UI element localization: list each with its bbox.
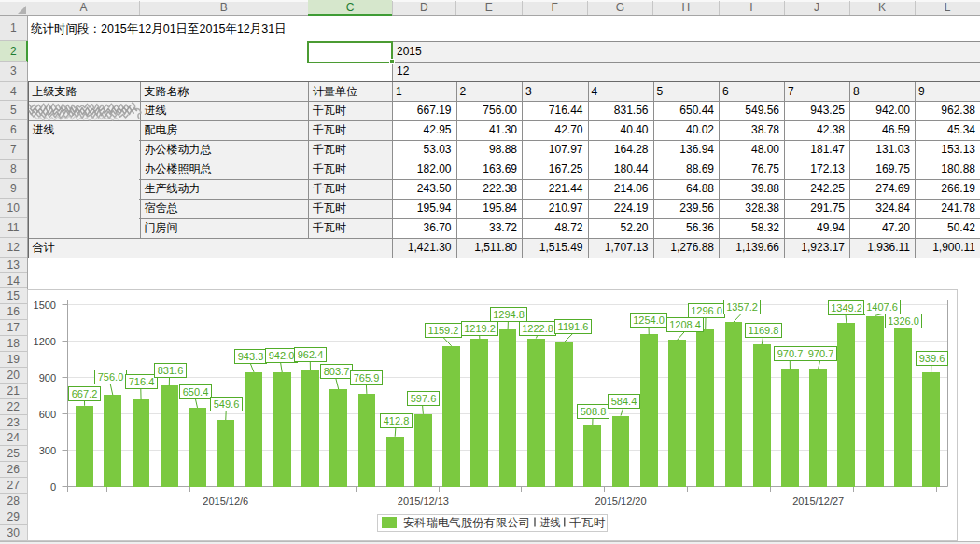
svg-text:1191.6: 1191.6 bbox=[558, 321, 589, 332]
svg-text:600: 600 bbox=[39, 409, 56, 420]
svg-text:943.3: 943.3 bbox=[238, 351, 264, 362]
svg-text:765.9: 765.9 bbox=[354, 372, 380, 384]
svg-text:549.6: 549.6 bbox=[214, 398, 240, 410]
svg-text:756.0: 756.0 bbox=[98, 371, 124, 383]
svg-text:0: 0 bbox=[50, 481, 56, 493]
svg-text:650.4: 650.4 bbox=[183, 386, 209, 398]
svg-text:千瓦时: 千瓦时 bbox=[569, 516, 605, 529]
svg-text:1407.6: 1407.6 bbox=[866, 301, 898, 313]
svg-text:716.4: 716.4 bbox=[129, 376, 155, 387]
svg-text:970.7: 970.7 bbox=[808, 348, 834, 359]
svg-text:1159.2: 1159.2 bbox=[428, 325, 459, 336]
svg-text:进线: 进线 bbox=[540, 516, 561, 529]
svg-text:2015/12/6: 2015/12/6 bbox=[203, 495, 248, 507]
svg-text:1500: 1500 bbox=[34, 300, 56, 311]
svg-text:安科瑞电气股份有限公司: 安科瑞电气股份有限公司 bbox=[403, 516, 530, 529]
svg-text:584.4: 584.4 bbox=[611, 396, 637, 407]
svg-text:803.7: 803.7 bbox=[324, 366, 350, 377]
svg-text:1254.0: 1254.0 bbox=[633, 314, 665, 326]
svg-text:1357.2: 1357.2 bbox=[726, 301, 758, 313]
svg-text:1208.4: 1208.4 bbox=[669, 319, 701, 330]
svg-text:831.6: 831.6 bbox=[158, 365, 184, 376]
svg-text:1222.8: 1222.8 bbox=[522, 323, 553, 334]
svg-text:1296.0: 1296.0 bbox=[691, 305, 722, 316]
svg-text:1169.8: 1169.8 bbox=[749, 325, 779, 336]
svg-text:1219.2: 1219.2 bbox=[464, 323, 496, 334]
svg-text:412.8: 412.8 bbox=[384, 415, 410, 426]
svg-text:508.8: 508.8 bbox=[581, 406, 607, 417]
svg-text:962.4: 962.4 bbox=[298, 349, 324, 360]
svg-text:1294.8: 1294.8 bbox=[493, 309, 525, 320]
svg-text:1326.0: 1326.0 bbox=[888, 315, 919, 327]
svg-text:597.6: 597.6 bbox=[411, 393, 437, 404]
svg-text:667.2: 667.2 bbox=[72, 388, 98, 399]
svg-text:1200: 1200 bbox=[34, 336, 56, 347]
svg-text:970.7: 970.7 bbox=[777, 348, 804, 359]
svg-text:900: 900 bbox=[39, 372, 56, 384]
svg-text:942.0: 942.0 bbox=[269, 350, 295, 361]
svg-text:2015/12/27: 2015/12/27 bbox=[792, 495, 844, 507]
svg-text:300: 300 bbox=[39, 445, 56, 456]
svg-text:1349.2: 1349.2 bbox=[831, 302, 862, 314]
svg-text:2015/12/13: 2015/12/13 bbox=[398, 495, 449, 507]
svg-text:939.6: 939.6 bbox=[919, 353, 945, 364]
svg-text:2015/12/20: 2015/12/20 bbox=[595, 495, 646, 507]
